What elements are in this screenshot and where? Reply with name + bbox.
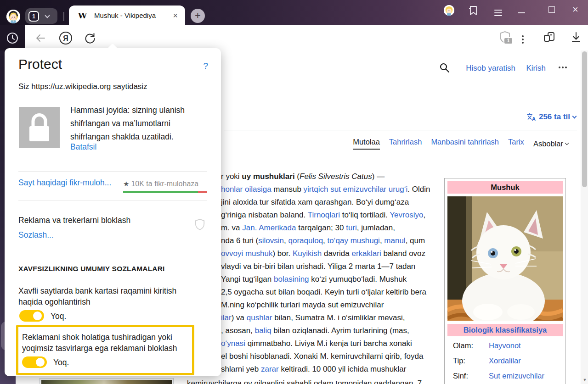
infobox-row-value-link[interactable]: Xordalilar — [489, 356, 521, 365]
search-icon[interactable] — [439, 62, 450, 76]
window-minimize-button[interactable] — [518, 12, 525, 13]
login-link[interactable]: Kirish — [526, 64, 546, 73]
rating-count-text: 10K ta fikr-mulohaza — [131, 180, 198, 188]
kitten-photo[interactable] — [447, 196, 563, 321]
scrollbar-thumb[interactable] — [582, 51, 587, 187]
wiki-link[interactable]: Tirnoqlari — [308, 211, 340, 219]
infobox-row: Tip:Xordalilar — [447, 353, 563, 368]
refresh-icon[interactable] — [84, 32, 96, 46]
language-selector[interactable]: A 256 ta til — [526, 112, 576, 122]
article-text-line: Yangi tugʻilgan bolasining koʻzi yumuqbo… — [221, 273, 438, 286]
article-text-line: m. va Jan. Amerikada tarqalgan; 30 turi,… — [221, 222, 438, 234]
article-text-line: nda 6 turi (silovsin, qoraquloq, toʻqay … — [221, 234, 438, 247]
wiki-link[interactable]: ilar — [221, 313, 232, 322]
wiki-view-tabs: MutolaaTahrirlashManbasini tahrirlashTar… — [353, 138, 568, 150]
wiki-link[interactable]: turi — [346, 223, 357, 232]
article-text-line: M.ning koʻpchilik turlari mayda sut emiz… — [221, 299, 438, 312]
wiki-link[interactable]: qushlar — [247, 313, 272, 322]
species-infobox: Mushuk — [444, 178, 566, 384]
sync-avatar[interactable] — [444, 5, 454, 16]
new-tab-button[interactable]: + — [191, 9, 205, 23]
details-link[interactable]: Batafsil — [70, 142, 96, 152]
wiki-link[interactable]: zarar — [261, 365, 279, 373]
panel-divider — [18, 171, 207, 172]
wiki-header-rule — [224, 130, 577, 130]
thumbnail-photo — [41, 380, 172, 384]
personal-more-icon[interactable] — [559, 65, 567, 70]
infobox-row-value-link[interactable]: Hayvonot — [489, 341, 521, 350]
rating-bar-positive — [123, 191, 198, 193]
wiki-link[interactable]: erkaklari — [351, 249, 381, 258]
lock-icon — [19, 107, 60, 148]
language-count: 256 ta til — [539, 112, 570, 122]
wiki-link[interactable]: bolasining — [274, 275, 309, 284]
wiki-link[interactable]: Jan. Amerikada — [242, 223, 296, 232]
downloads-icon[interactable] — [571, 32, 581, 45]
wiki-link[interactable]: manul — [384, 236, 405, 245]
profile-avatar[interactable] — [6, 10, 20, 23]
infobox-section-header: Biologik klassifikatsiya — [447, 324, 563, 336]
wiki-tab-tarix[interactable]: Tarix — [508, 138, 524, 150]
bankcard-toggle-state: Yoq. — [51, 312, 66, 321]
wiki-link[interactable]: oʻynasi — [221, 339, 245, 348]
rating-bar-negative — [198, 191, 207, 193]
wiki-link[interactable]: Yevrosiyo — [390, 211, 423, 219]
history-clock-icon[interactable] — [6, 32, 19, 46]
article-text-line: ovvoyi mushuk) bor. Kuyikish davrida erk… — [221, 247, 438, 260]
wiki-link[interactable]: toʻqay mushugi — [328, 236, 380, 245]
create-account-link[interactable]: Hisob yaratish — [466, 64, 515, 73]
scrollbar-down-arrow[interactable]: ▼ — [581, 378, 588, 382]
tab-title: Mushuk - Vikipediya — [94, 11, 156, 19]
shock-ads-toggle-state: Yoq. — [53, 358, 69, 367]
article-text-line: el boshi hisoblanadi. Xonaki M. kemiruvc… — [221, 350, 438, 363]
configure-adblock-link[interactable]: Sozlash... — [18, 230, 54, 240]
infobox-row: Sinf:Sut emizuvchilar — [447, 368, 563, 384]
tab-counter[interactable]: 1 — [25, 8, 57, 24]
chevron-down-icon[interactable] — [45, 13, 50, 18]
page-menu-icon[interactable] — [522, 34, 524, 45]
wiki-tab-manbasini-tahrirlash[interactable]: Manbasini tahrirlash — [431, 138, 499, 150]
browser-menu-icon[interactable] — [494, 8, 502, 18]
bankcard-warning-label: Xavfli saytlarda bank kartasi raqamini k… — [18, 286, 176, 296]
adblock-shield-icon — [194, 218, 205, 232]
bankcard-warning-toggle[interactable] — [19, 310, 44, 322]
blocked-count-badge: 1 — [503, 37, 513, 45]
toolbar-separator — [534, 32, 534, 45]
toggle-knob — [36, 358, 45, 367]
wiki-link[interactable]: Kuyikish — [293, 249, 322, 258]
protect-panel: Protect ? Siz https://uz.wikipedia.org s… — [5, 48, 221, 376]
browser-window: 1 W Mushuk - Vikipediya × + × Я — [0, 0, 588, 384]
back-icon[interactable] — [35, 33, 46, 45]
yandex-search-icon[interactable]: Я — [59, 32, 72, 45]
article-text-line: vlaydi va bir-biri bilan urishadi. Yilig… — [221, 260, 438, 273]
help-link[interactable]: ? — [203, 61, 208, 71]
article-thumbnail[interactable] — [40, 378, 174, 384]
wiki-link[interactable]: silovsin — [258, 236, 284, 245]
page-scrollbar[interactable]: ▼ — [581, 50, 588, 384]
site-feedback-link[interactable]: Sayt haqidagi fikr-muloh... — [18, 178, 111, 188]
shock-ads-toggle[interactable] — [22, 356, 47, 368]
security-settings-header: XAVFSIZLIKNING UMUMIY SOZLAMALARI — [18, 265, 165, 273]
collections-icon[interactable] — [543, 31, 556, 46]
article-text-line: gʻriniga nisbatan baland. Tirnoqlari toʻ… — [221, 209, 438, 222]
wiki-link[interactable]: ovvoyi mushuk — [221, 249, 272, 258]
bookmarks-icon[interactable] — [469, 6, 478, 17]
wiki-link[interactable]: baliq — [255, 326, 271, 335]
wiki-link[interactable]: yirtqich sut emizuvchilar urugʻi — [304, 185, 408, 194]
wiki-tab-asboblar[interactable]: Asboblar — [533, 138, 568, 150]
wiki-tab-tahrirlash[interactable]: Tahrirlash — [389, 138, 422, 150]
browser-titlebar: 1 W Mushuk - Vikipediya × + × — [0, 0, 588, 25]
window-maximize-button[interactable] — [548, 6, 555, 13]
protect-shield-icon[interactable]: 1 — [499, 31, 511, 45]
browser-tab[interactable]: W Mushuk - Vikipediya × — [69, 6, 185, 25]
infobox-row-value-link[interactable]: Sut emizuvchilar — [489, 372, 544, 380]
wikipedia-favicon: W — [78, 11, 87, 20]
article-text-line: kemiruvchilarga ov qilganligi sababli od… — [187, 377, 422, 384]
chevron-down-icon — [565, 141, 569, 145]
tab-close-icon[interactable]: × — [173, 11, 178, 20]
window-close-button[interactable]: × — [572, 4, 578, 16]
wiki-link[interactable]: qoraquloq — [288, 236, 323, 245]
wiki-link[interactable]: honlar oilasiga — [221, 185, 271, 194]
bankcard-warning-label-line2: haqida ogohlantirish — [18, 297, 90, 307]
wiki-tab-mutolaa[interactable]: Mutolaa — [353, 138, 380, 150]
